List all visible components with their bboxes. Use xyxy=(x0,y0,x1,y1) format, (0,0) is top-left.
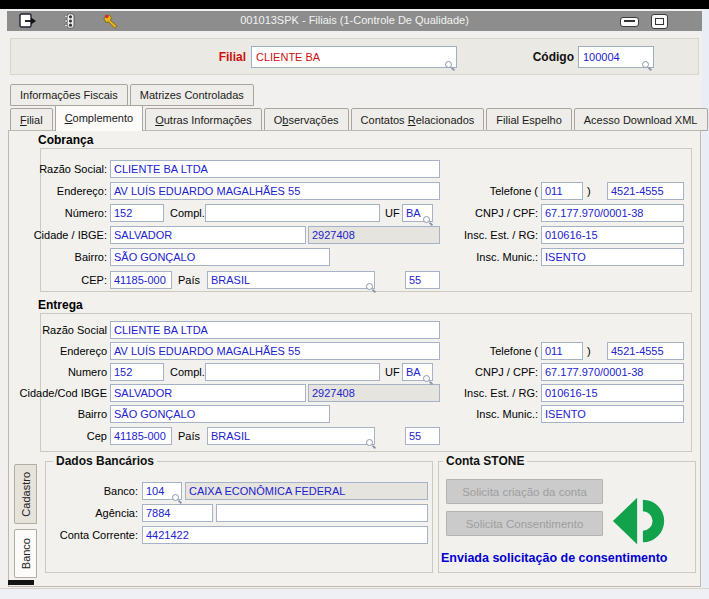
solicita-consentimento-button[interactable]: Solicita Consentimento xyxy=(446,511,603,536)
banco-lookup-magnifier-icon[interactable] xyxy=(172,494,182,504)
entrega-endereco-input[interactable] xyxy=(110,342,440,360)
entrega-ddd-input[interactable] xyxy=(541,342,583,360)
stone-status-text: Enviada solicitação de consentimento xyxy=(441,551,667,565)
filial-lookup-magnifier-icon[interactable] xyxy=(445,61,455,71)
entrega-numero-input[interactable] xyxy=(110,363,164,381)
entrega-compl-input[interactable] xyxy=(205,363,380,381)
traffic-light-icon[interactable] xyxy=(62,13,78,29)
cobranca-bairro-label: Bairro: xyxy=(10,251,107,263)
cobranca-ibge-field xyxy=(308,226,440,244)
entrega-insc-mun-label: Insc. Munic.: xyxy=(430,408,538,420)
side-tab-scroll-indicator[interactable] xyxy=(8,580,34,585)
cobranca-pais-lookup-magnifier-icon[interactable] xyxy=(366,283,376,293)
tab-acesso-download-xml[interactable]: Acesso Download XML xyxy=(574,108,708,131)
entrega-cep-input[interactable] xyxy=(110,427,172,445)
entrega-telefone-input[interactable] xyxy=(607,342,684,360)
dados-bancarios-title: Dados Bancários xyxy=(53,454,157,468)
cobranca-telefone-input[interactable] xyxy=(607,182,684,200)
entrega-telefone-label: Telefone ( xyxy=(430,345,538,357)
cobranca-cep-input[interactable] xyxy=(110,271,172,289)
entrega-uf-lookup-magnifier-icon[interactable] xyxy=(423,375,433,385)
entrega-pais-label: País xyxy=(178,430,200,442)
tab-informacoes-fiscais[interactable]: Informações Fiscais xyxy=(10,84,128,106)
entrega-cnpj-label: CNPJ / CPF: xyxy=(430,366,538,378)
cobranca-cnpj-label: CNPJ / CPF: xyxy=(430,207,538,219)
tab-filial[interactable]: Filial xyxy=(10,108,53,131)
tab-row-top: Informações FiscaisMatrizes Controladas xyxy=(10,84,256,106)
cobranca-section-title: Cobrança xyxy=(38,133,93,147)
title-bar: 001013SPK - Filiais (1-Controle De Quali… xyxy=(7,11,702,31)
side-tab-strip: CadastroBanco xyxy=(14,464,37,578)
window-bottom-edge xyxy=(0,588,709,599)
side-tab-label: Banco xyxy=(20,538,32,569)
tab-contatos-relacionados[interactable]: Contatos Relacionados xyxy=(351,108,485,131)
entrega-cnpj-input[interactable] xyxy=(541,363,684,381)
tab-matrizes-controladas[interactable]: Matrizes Controladas xyxy=(130,84,254,106)
entrega-insc-est-label: Insc. Est. / RG: xyxy=(430,387,538,399)
entrega-insc-mun-input[interactable] xyxy=(541,405,684,423)
minimize-button[interactable] xyxy=(620,17,639,27)
application-window: 001013SPK - Filiais (1-Controle De Quali… xyxy=(0,0,709,599)
entrega-pais-input[interactable] xyxy=(207,427,375,445)
cobranca-insc-est-input[interactable] xyxy=(541,226,684,244)
solicita-criacao-conta-button[interactable]: Solicita criação da conta xyxy=(446,479,603,504)
filial-input[interactable] xyxy=(251,46,457,68)
side-tab-label: Cadastro xyxy=(20,472,32,517)
entrega-insc-est-input[interactable] xyxy=(541,384,684,402)
tab-filial-espelho[interactable]: Filial Espelho xyxy=(486,108,571,131)
entrega-ibge-field xyxy=(308,384,440,402)
cobranca-cidade-label: Cidade / IBGE: xyxy=(10,229,107,241)
cobranca-cidade-input[interactable] xyxy=(110,226,306,244)
agencia-input[interactable] xyxy=(142,504,213,522)
tab-complemento[interactable]: Complemento xyxy=(55,105,144,131)
cobranca-insc-est-label: Insc. Est. / RG: xyxy=(430,229,538,241)
entrega-cep-label: Cep xyxy=(10,430,107,442)
cobranca-pais-input[interactable] xyxy=(207,271,375,289)
tab-observacoes[interactable]: Observações xyxy=(264,108,349,131)
entrega-numero-label: Numero xyxy=(10,366,107,378)
filial-label: Filial xyxy=(150,50,246,64)
entrega-razao-label: Razão Social xyxy=(10,324,107,336)
cobranca-insc-mun-input[interactable] xyxy=(541,248,684,266)
side-tab-cadastro[interactable]: Cadastro xyxy=(14,464,37,524)
agencia-label: Agência: xyxy=(40,507,138,519)
entrega-compl-label: Compl. xyxy=(170,366,205,378)
conta-corrente-label: Conta Corrente: xyxy=(30,529,138,541)
entrega-telefone-close-label: ) xyxy=(587,345,591,357)
cobranca-ddi-input[interactable] xyxy=(405,271,440,289)
conta-corrente-input[interactable] xyxy=(142,526,428,544)
exit-icon[interactable] xyxy=(19,13,37,29)
entrega-pais-lookup-magnifier-icon[interactable] xyxy=(366,439,376,449)
cobranca-endereco-input[interactable] xyxy=(110,182,440,200)
cobranca-cep-label: CEP: xyxy=(10,274,107,286)
entrega-razao-input[interactable] xyxy=(110,321,440,339)
wrench-icon[interactable] xyxy=(103,13,119,29)
agencia-extra-input[interactable] xyxy=(216,504,428,522)
banco-nome-field xyxy=(185,482,428,500)
screen-top-edge xyxy=(0,0,709,9)
cobranca-ddd-input[interactable] xyxy=(541,182,583,200)
entrega-cidade-input[interactable] xyxy=(110,384,306,402)
cobranca-pais-label: País xyxy=(178,274,200,286)
tab-outras-informacoes[interactable]: Outras Informações xyxy=(145,108,262,131)
cobranca-razao-label: Razão Social: xyxy=(10,163,107,175)
entrega-bairro-input[interactable] xyxy=(110,405,330,423)
cobranca-endereco-label: Endereço: xyxy=(10,185,107,197)
entrega-section-title: Entrega xyxy=(38,298,83,312)
maximize-button[interactable] xyxy=(651,14,668,29)
entrega-bairro-label: Bairro xyxy=(10,408,107,420)
cobranca-numero-input[interactable] xyxy=(110,204,164,222)
entrega-ddi-input[interactable] xyxy=(405,427,440,445)
cobranca-razao-input[interactable] xyxy=(110,160,440,178)
cobranca-bairro-input[interactable] xyxy=(110,248,330,266)
cobranca-telefone-label: Telefone ( xyxy=(430,185,538,197)
window-right-edge xyxy=(702,9,709,599)
cobranca-telefone-close-label: ) xyxy=(587,185,591,197)
cobranca-cnpj-input[interactable] xyxy=(541,204,684,222)
codigo-label: Código xyxy=(527,50,574,64)
entrega-endereco-label: Endereço xyxy=(10,345,107,357)
codigo-lookup-magnifier-icon[interactable] xyxy=(642,61,652,71)
cobranca-compl-label: Compl. xyxy=(170,207,205,219)
cobranca-compl-input[interactable] xyxy=(205,204,380,222)
cobranca-uf-lookup-magnifier-icon[interactable] xyxy=(423,216,433,226)
